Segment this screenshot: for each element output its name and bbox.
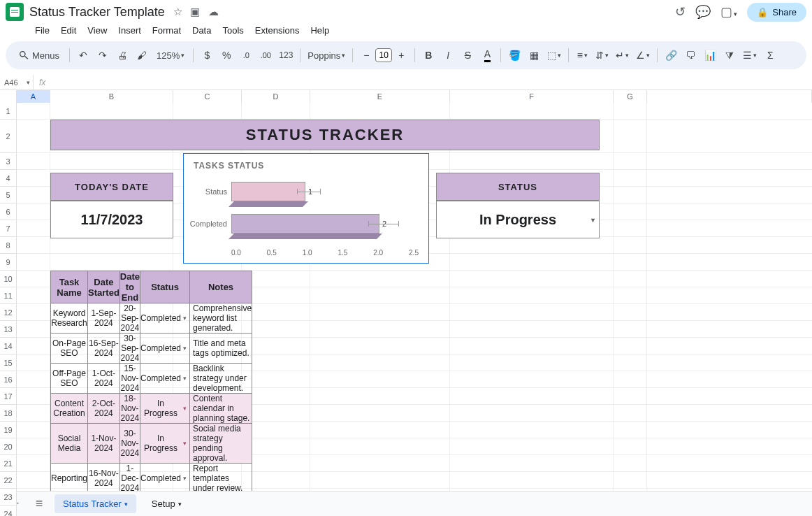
- col-header-F[interactable]: F: [450, 90, 614, 103]
- font-size-increase[interactable]: +: [392, 46, 410, 64]
- row-header-18[interactable]: 18: [0, 405, 17, 422]
- row-header-3[interactable]: 3: [0, 153, 17, 170]
- row-header-8[interactable]: 8: [0, 237, 17, 254]
- row-header-1[interactable]: 1: [0, 103, 17, 120]
- functions-button[interactable]: Σ: [761, 46, 779, 64]
- row-header-21[interactable]: 21: [0, 455, 17, 472]
- menu-tools[interactable]: Tools: [218, 22, 247, 38]
- row-header-22[interactable]: 22: [0, 472, 17, 489]
- borders-button[interactable]: ▦: [525, 46, 543, 64]
- col-header-A[interactable]: A: [17, 90, 50, 103]
- merge-button[interactable]: ⬚: [544, 46, 564, 64]
- all-sheets-button[interactable]: ≡: [31, 496, 48, 513]
- cloud-icon[interactable]: ☁: [208, 6, 219, 17]
- status-dropdown[interactable]: ▾: [183, 375, 187, 382]
- filter-views-button[interactable]: ☰: [740, 46, 760, 64]
- row-header-4[interactable]: 4: [0, 170, 17, 187]
- row-header-12[interactable]: 12: [0, 304, 17, 321]
- status-dropdown[interactable]: ▾: [183, 345, 187, 352]
- comment-icon[interactable]: 💬: [695, 4, 711, 20]
- undo-button[interactable]: ↶: [74, 46, 92, 64]
- wrap-button[interactable]: ↵: [613, 46, 632, 64]
- row-header-17[interactable]: 17: [0, 388, 17, 405]
- zoom-select[interactable]: 125%: [152, 46, 189, 64]
- doc-title[interactable]: Status Tracker Template: [29, 5, 165, 20]
- name-box[interactable]: A46▾: [0, 75, 34, 89]
- currency-button[interactable]: $: [198, 46, 216, 64]
- menu-file[interactable]: File: [31, 22, 54, 38]
- v-align-button[interactable]: ⇵: [593, 46, 611, 64]
- sheet-tab-setup[interactable]: Setup▾: [143, 494, 190, 513]
- row-header-20[interactable]: 20: [0, 438, 17, 455]
- percent-button[interactable]: %: [217, 46, 235, 64]
- row-header-24[interactable]: 24: [0, 506, 17, 516]
- select-all-corner[interactable]: [0, 90, 17, 103]
- row-header-15[interactable]: 15: [0, 354, 17, 371]
- row-header-5[interactable]: 5: [0, 187, 17, 203]
- col-header-G[interactable]: G: [614, 90, 647, 103]
- row-header-23[interactable]: 23: [0, 489, 17, 506]
- text-color-button[interactable]: A: [478, 46, 496, 64]
- decrease-decimal-button[interactable]: .0: [237, 46, 255, 64]
- status-value[interactable]: In Progress ▾: [436, 201, 600, 238]
- table-cell[interactable]: In Progress▾: [140, 424, 190, 464]
- font-select[interactable]: Poppins: [305, 46, 348, 64]
- redo-button[interactable]: ↷: [94, 46, 112, 64]
- row-header-14[interactable]: 14: [0, 338, 17, 354]
- col-header-E[interactable]: E: [310, 90, 450, 103]
- print-button[interactable]: 🖨: [113, 46, 131, 64]
- row-header-2[interactable]: 2: [0, 120, 17, 153]
- row-header-19[interactable]: 19: [0, 422, 17, 438]
- row-header-16[interactable]: 16: [0, 371, 17, 388]
- filter-button[interactable]: ⧩: [720, 46, 739, 64]
- meet-icon[interactable]: ▢: [720, 4, 737, 20]
- search-menus[interactable]: Menus: [13, 46, 65, 64]
- strike-button[interactable]: S: [458, 46, 477, 64]
- table-cell[interactable]: Completed▾: [140, 303, 190, 334]
- sheets-logo[interactable]: [6, 3, 24, 21]
- row-header-7[interactable]: 7: [0, 220, 17, 237]
- status-dropdown[interactable]: ▾: [183, 315, 187, 322]
- menu-insert[interactable]: Insert: [114, 22, 145, 38]
- font-size-input[interactable]: [375, 48, 392, 62]
- chart-button[interactable]: 📊: [701, 46, 719, 64]
- table-cell[interactable]: Completed▾: [140, 334, 190, 364]
- link-button[interactable]: 🔗: [662, 46, 680, 64]
- menu-edit[interactable]: Edit: [57, 22, 80, 38]
- col-header-D[interactable]: D: [242, 90, 310, 103]
- menu-extensions[interactable]: Extensions: [251, 22, 304, 38]
- menu-data[interactable]: Data: [188, 22, 215, 38]
- status-dropdown[interactable]: ▾: [183, 475, 187, 482]
- table-cell[interactable]: In Progress▾: [140, 394, 190, 424]
- font-size-decrease[interactable]: −: [357, 46, 375, 64]
- share-button[interactable]: 🔒 Share: [747, 3, 806, 22]
- status-dropdown[interactable]: ▾: [183, 405, 187, 412]
- grid-area[interactable]: ABCDEFG 12345678910111213141516171819202…: [0, 90, 812, 516]
- table-cell[interactable]: Completed▾: [140, 464, 190, 494]
- paint-format-button[interactable]: 🖌: [133, 46, 151, 64]
- fill-color-button[interactable]: 🪣: [505, 46, 523, 64]
- bold-button[interactable]: B: [419, 46, 437, 64]
- col-header-C[interactable]: C: [173, 90, 242, 103]
- rotate-button[interactable]: ∠: [633, 46, 653, 64]
- row-header-11[interactable]: 11: [0, 287, 17, 304]
- menu-view[interactable]: View: [83, 22, 111, 38]
- row-header-9[interactable]: 9: [0, 254, 17, 271]
- table-cell[interactable]: Completed▾: [140, 364, 190, 394]
- comment-button[interactable]: 🗨: [681, 46, 699, 64]
- col-header-B[interactable]: B: [50, 90, 173, 103]
- chart-container[interactable]: TASKS STATUS Status Completed 1 2 0.00.5…: [183, 153, 429, 264]
- h-align-button[interactable]: ≡: [573, 46, 591, 64]
- menu-help[interactable]: Help: [306, 22, 333, 38]
- sheet-tab-active[interactable]: Status Tracker▾: [55, 494, 136, 513]
- move-icon[interactable]: ▣: [190, 6, 200, 17]
- row-header-10[interactable]: 10: [0, 271, 17, 287]
- row-header-13[interactable]: 13: [0, 321, 17, 338]
- history-icon[interactable]: ↺: [675, 4, 686, 20]
- increase-decimal-button[interactable]: .00: [256, 46, 275, 64]
- star-icon[interactable]: ☆: [173, 6, 182, 17]
- italic-button[interactable]: I: [439, 46, 457, 64]
- format-123-button[interactable]: 123: [276, 46, 296, 64]
- menu-format[interactable]: Format: [148, 22, 185, 38]
- row-header-6[interactable]: 6: [0, 203, 17, 220]
